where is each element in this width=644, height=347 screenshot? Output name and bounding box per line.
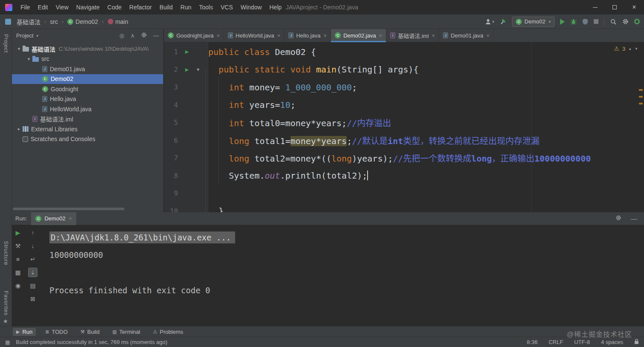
gear-icon[interactable] bbox=[141, 32, 147, 39]
run-line-icon[interactable]: ▶ bbox=[181, 67, 193, 72]
tree-item[interactable]: ▸External Libraries bbox=[12, 124, 163, 134]
close-icon[interactable]: × bbox=[69, 215, 72, 222]
tree-item[interactable]: ▾基础语法C:\Users\windows 10\Desktop\JAVA\ bbox=[12, 44, 163, 54]
editor-line[interactable]: 7 long total2=money*((long)years);//先把一个… bbox=[164, 149, 644, 167]
editor-line[interactable]: 3 int money= 1_000_000_000; bbox=[164, 78, 644, 96]
close-icon[interactable]: × bbox=[277, 32, 281, 39]
layout-icon[interactable]: ▦ bbox=[13, 268, 23, 277]
gear-icon[interactable] bbox=[615, 215, 621, 222]
minimize-button[interactable] bbox=[585, 0, 605, 14]
editor-tab[interactable]: i基础语法.iml× bbox=[386, 29, 439, 42]
hide-panel-icon[interactable]: — bbox=[153, 32, 159, 39]
menu-item-file[interactable]: File bbox=[17, 0, 34, 14]
menu-item-refactor[interactable]: Refactor bbox=[126, 0, 156, 14]
menu-item-edit[interactable]: Edit bbox=[34, 0, 52, 14]
caret-position[interactable]: 8:36 bbox=[527, 339, 538, 345]
menu-item-vcs[interactable]: VCS bbox=[217, 0, 237, 14]
file-encoding[interactable]: UTF-8 bbox=[574, 339, 590, 345]
breadcrumb-item[interactable]: main bbox=[106, 17, 129, 26]
editor-tab[interactable]: CDemo02.java× bbox=[331, 29, 386, 42]
locate-file-icon[interactable]: ◎ bbox=[119, 32, 124, 39]
star-icon[interactable]: ★ bbox=[3, 318, 8, 324]
tree-item[interactable]: JHello.java bbox=[12, 94, 163, 104]
editor-line[interactable]: 2▶▾ public static void main(String[] arg… bbox=[164, 61, 644, 79]
hide-panel-icon[interactable]: — bbox=[631, 215, 637, 222]
tree-item[interactable]: JDemo01.java bbox=[12, 64, 163, 74]
run-settings-icon[interactable]: ⚒ bbox=[13, 241, 23, 251]
up-stack-icon[interactable]: ↑ bbox=[28, 228, 37, 237]
close-icon[interactable]: × bbox=[486, 32, 490, 39]
maximize-button[interactable] bbox=[605, 0, 624, 14]
menu-item-code[interactable]: Code bbox=[104, 0, 125, 14]
menu-item-navigate[interactable]: Navigate bbox=[72, 0, 104, 14]
breadcrumb-item[interactable]: 基础语法 bbox=[15, 17, 42, 27]
menu-item-run[interactable]: Run bbox=[177, 0, 196, 14]
close-icon[interactable]: × bbox=[379, 32, 382, 39]
soft-wrap-icon[interactable]: ↵ bbox=[28, 254, 37, 264]
run-line-icon[interactable]: ▶ bbox=[181, 49, 193, 55]
horizontal-scrollbar[interactable] bbox=[13, 208, 124, 210]
close-icon[interactable]: × bbox=[324, 32, 327, 39]
toolwindow-button-build[interactable]: ⚒Build bbox=[77, 328, 103, 336]
prev-problem-icon[interactable]: ▲ bbox=[628, 47, 632, 51]
tree-item[interactable]: ▾src bbox=[12, 54, 163, 64]
close-icon[interactable]: × bbox=[432, 32, 435, 39]
settings-gear-icon[interactable] bbox=[622, 18, 629, 25]
editor-tab[interactable]: JDemo01.java× bbox=[439, 29, 494, 42]
tree-item[interactable]: Scratches and Consoles bbox=[12, 134, 163, 145]
indent-setting[interactable]: 4 spaces bbox=[601, 339, 623, 345]
editor-tab[interactable]: JHello.java× bbox=[285, 29, 331, 42]
menu-item-build[interactable]: Build bbox=[155, 0, 176, 14]
lock-icon[interactable] bbox=[634, 338, 639, 346]
stop-button[interactable]: ■ bbox=[13, 254, 23, 264]
stop-button[interactable] bbox=[594, 19, 598, 24]
toolwindow-button-todo[interactable]: ≣TODO bbox=[42, 328, 71, 336]
toolwindow-switcher-icon[interactable]: ▦ bbox=[5, 339, 10, 345]
stripe-favorites-button[interactable]: Favorites bbox=[3, 291, 9, 315]
editor-tab[interactable]: JHelloWorld.java× bbox=[224, 29, 285, 42]
chevron-down-icon[interactable]: ▾ bbox=[15, 46, 23, 52]
breadcrumb-item[interactable]: CDemo02 bbox=[66, 17, 99, 26]
debug-button[interactable] bbox=[570, 18, 577, 25]
editor-line[interactable]: 10 } bbox=[164, 202, 644, 213]
toolwindow-button-problems[interactable]: ⚠Problems bbox=[150, 328, 187, 336]
run-button[interactable] bbox=[560, 19, 565, 25]
scroll-to-end-icon[interactable]: ⇣ bbox=[28, 268, 37, 277]
editor-line[interactable]: 5 int total0=money*years;//内存溢出 bbox=[164, 114, 644, 132]
run-tab[interactable]: C Demo02 × bbox=[31, 212, 76, 225]
coverage-button[interactable] bbox=[582, 18, 588, 25]
menu-item-tools[interactable]: Tools bbox=[195, 0, 217, 14]
run-config-select[interactable]: C Demo02 ▾ bbox=[512, 17, 555, 27]
rerun-button[interactable]: ▶ bbox=[13, 228, 23, 237]
collapse-all-icon[interactable]: ∧ bbox=[130, 32, 135, 39]
next-problem-icon[interactable]: ▼ bbox=[635, 47, 638, 51]
toolwindow-button-run[interactable]: ▶Run bbox=[13, 328, 36, 336]
line-separator[interactable]: CRLF bbox=[549, 339, 563, 345]
chevron-right-icon[interactable]: ▸ bbox=[15, 126, 23, 132]
chevron-down-icon[interactable]: ▾ bbox=[25, 56, 32, 62]
build-hammer-icon[interactable] bbox=[500, 18, 506, 25]
menu-item-window[interactable]: Window bbox=[237, 0, 266, 14]
stripe-project-button[interactable]: Project bbox=[3, 34, 9, 53]
editor-line[interactable]: 6 long total1=money*years;//默认是int类型，转换之… bbox=[164, 132, 644, 150]
project-panel-title[interactable]: Project ▾ bbox=[16, 32, 38, 39]
toolwindow-button-terminal[interactable]: ▥Terminal bbox=[109, 328, 144, 336]
down-stack-icon[interactable]: ↓ bbox=[28, 241, 37, 251]
avatar-icon[interactable]: ▾ bbox=[485, 18, 494, 25]
editor-line[interactable]: 4 int years=10; bbox=[164, 96, 644, 114]
editor-tab[interactable]: CGoodnight.java× bbox=[164, 29, 224, 42]
editor-line[interactable]: 8 System.out.println(total2); bbox=[164, 167, 644, 185]
close-icon[interactable]: × bbox=[216, 32, 220, 39]
editor-line[interactable]: 1▶public class Demo02 { bbox=[164, 43, 644, 61]
search-icon[interactable] bbox=[610, 18, 617, 25]
tree-item[interactable]: i基础语法.iml bbox=[12, 114, 163, 124]
tree-item[interactable]: JHelloWorld.java bbox=[12, 104, 163, 114]
plugin-icon[interactable] bbox=[634, 19, 640, 24]
menu-item-view[interactable]: View bbox=[52, 0, 72, 14]
clear-console-icon[interactable]: ⊠ bbox=[28, 294, 37, 304]
menu-item-help[interactable]: Help bbox=[266, 0, 286, 14]
tree-item[interactable]: CGoodnight bbox=[12, 84, 163, 94]
editor-line[interactable]: 9 bbox=[164, 185, 644, 202]
editor-body[interactable]: 1▶public class Demo02 {2▶▾ public static… bbox=[164, 42, 644, 212]
close-button[interactable]: × bbox=[624, 0, 644, 14]
